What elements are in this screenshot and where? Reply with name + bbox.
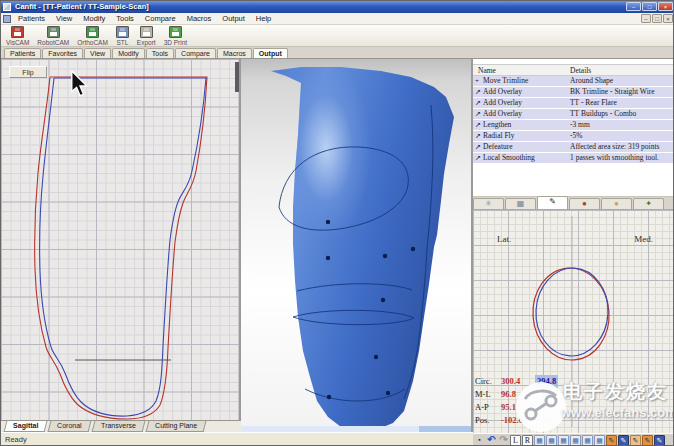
table-row[interactable]: ↗ Local Smoothing 1 passes with smoothin… <box>473 153 674 164</box>
maximize-button[interactable]: □ <box>642 2 657 11</box>
tab-compare[interactable]: Compare <box>175 48 216 58</box>
child-close-button[interactable]: × <box>663 14 673 23</box>
menu-modify[interactable]: Modify <box>82 13 106 25</box>
3d-print-button[interactable]: 3D Print <box>164 26 187 46</box>
menu-bar: Patients View Modify Tools Compare Macro… <box>1 13 674 25</box>
red-outline <box>35 77 207 419</box>
app-icon <box>3 3 11 11</box>
menu-output[interactable]: Output <box>221 13 246 25</box>
canfit-window: Canfit - [TT-Patient / TT-Sample-Scan] –… <box>0 0 674 446</box>
blue-outline <box>40 78 206 416</box>
tab-view[interactable]: View <box>84 48 111 58</box>
flip-button[interactable]: Flip <box>9 66 47 78</box>
tab-output[interactable]: Output <box>253 48 288 58</box>
stl-box-icon <box>116 26 129 38</box>
status-text: Ready <box>5 435 27 444</box>
menu-view[interactable]: View <box>55 13 73 25</box>
arrow-icon: ↗ <box>475 98 481 108</box>
child-window-icon <box>3 15 11 23</box>
viscam-button[interactable]: VisCAM <box>6 26 29 46</box>
arrow-icon: ↗ <box>475 131 481 141</box>
tab-tools[interactable]: Tools <box>146 48 174 58</box>
model-3d-view[interactable] <box>241 59 471 432</box>
table-header: Name Details <box>473 64 674 76</box>
red-cross-section <box>530 265 612 362</box>
tool-tab-bar: ✳ ▦ ✎ ● ● ✦ <box>473 197 674 210</box>
minimize-button[interactable]: – <box>626 2 641 11</box>
control-points[interactable] <box>326 220 415 399</box>
operation-history-table: Name Details + Move Trimline Around Shap… <box>473 59 674 197</box>
export-button[interactable]: Export <box>137 26 156 46</box>
robotcam-button[interactable]: RobotCAM <box>37 26 69 46</box>
arrow-icon: ↗ <box>475 120 481 130</box>
watermark-text-cn: 电子发烧友 <box>563 379 668 405</box>
arrow-icon: ↗ <box>475 142 481 152</box>
title-bar: Canfit - [TT-Patient / TT-Sample-Scan] –… <box>1 1 674 13</box>
elecfans-watermark: 电子发烧友 www.elecfans.com <box>499 377 674 439</box>
window-title: Canfit - [TT-Patient / TT-Sample-Scan] <box>15 1 149 13</box>
tab-favorites[interactable]: Favorites <box>42 48 83 58</box>
robot-green-icon <box>47 26 60 38</box>
table-row[interactable]: + Move Trimline Around Shape <box>473 76 674 87</box>
coronal-tab[interactable]: Coronal <box>48 421 91 432</box>
undo-icon[interactable]: ↶ <box>486 435 497 446</box>
marker-icon[interactable]: ▪ <box>474 435 485 446</box>
main-toolbar: VisCAM RobotCAM OrthoCAM STL Export 3D P… <box>1 25 674 47</box>
table-row[interactable]: ↗ Defeature Affected area size: 319 poin… <box>473 142 674 153</box>
model-contours <box>241 59 471 432</box>
clay-red-tab[interactable]: ● <box>569 198 600 209</box>
modify-pen-tab[interactable]: ✎ <box>537 196 568 209</box>
plane-tab-bar: Sagittal Coronal Transverse Cutting Plan… <box>1 420 241 432</box>
stl-button[interactable]: STL <box>116 26 129 46</box>
menu-compare[interactable]: Compare <box>144 13 177 25</box>
sagittal-tab[interactable]: Sagittal <box>4 421 48 432</box>
arrow-icon: ↗ <box>475 153 481 163</box>
cutting-plane-tab[interactable]: Cutting Plane <box>145 421 206 432</box>
menu-tools[interactable]: Tools <box>115 13 135 25</box>
tab-macros[interactable]: Macros <box>217 48 252 58</box>
socket-tab[interactable]: ▦ <box>505 198 536 209</box>
tab-modify[interactable]: Modify <box>112 48 145 58</box>
printer-green-icon <box>169 26 182 38</box>
arrow-icon: ↗ <box>475 109 481 119</box>
child-restore-button[interactable]: □ <box>652 14 662 23</box>
shape-tab[interactable]: ✳ <box>473 198 504 209</box>
menu-patients[interactable]: Patients <box>17 13 46 25</box>
menu-macros[interactable]: Macros <box>186 13 213 25</box>
table-row[interactable]: ↗ Add Overlay TT Buildups - Combo <box>473 109 674 120</box>
ribbon-tab-bar: Patients Favorites View Modify Tools Com… <box>1 47 674 59</box>
clay-yellow-tab[interactable]: ● <box>601 198 632 209</box>
close-button[interactable]: × <box>658 2 673 11</box>
arrow-icon: ↗ <box>475 87 481 97</box>
sagittal-outline-plot <box>1 59 239 420</box>
mouse-cursor-icon <box>71 71 89 97</box>
sagittal-view[interactable]: Flip <box>1 59 239 420</box>
floppy-red-icon <box>11 26 24 38</box>
watermark-text-url: www.elecfans.com <box>561 405 674 420</box>
table-row[interactable]: ↗ Lengthen -3 mm <box>473 120 674 131</box>
export-floppy-icon <box>140 26 153 38</box>
status-bar: Ready <box>1 432 473 446</box>
table-row[interactable]: ↗ Radial Fly -5% <box>473 131 674 142</box>
table-row[interactable]: ↗ Add Overlay BK Trimline - Straight Wir… <box>473 87 674 98</box>
menu-help[interactable]: Help <box>255 13 272 25</box>
move-icon: + <box>475 76 479 86</box>
child-minimize-button[interactable]: – <box>641 14 651 23</box>
tools-green-tab[interactable]: ✦ <box>633 198 664 209</box>
orthocam-button[interactable]: OrthoCAM <box>77 26 108 46</box>
transverse-tab[interactable]: Transverse <box>91 421 145 432</box>
tab-patients[interactable]: Patients <box>4 48 41 58</box>
table-row[interactable]: ↗ Add Overlay TT - Rear Flare <box>473 98 674 109</box>
floppy-green-icon <box>86 26 99 38</box>
